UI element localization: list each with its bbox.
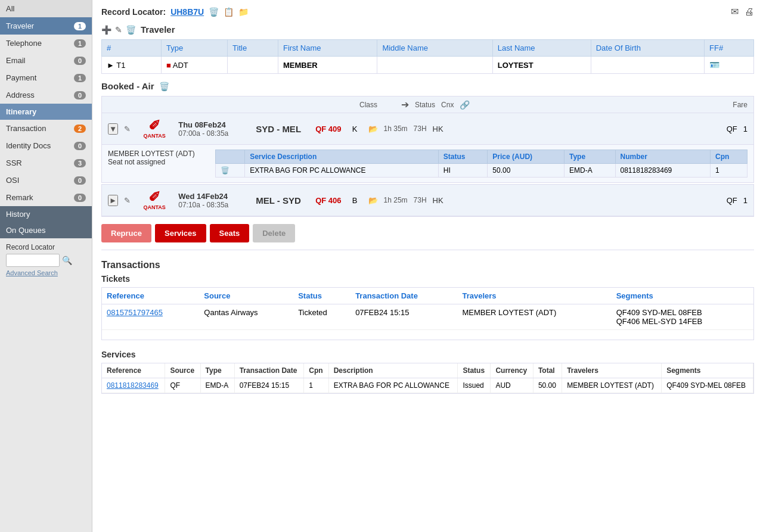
repruce-button[interactable]: Repruce: [101, 224, 151, 242]
flight-2-time: 07:10a - 08:35a: [178, 201, 250, 209]
col-dob: Date Of Birth: [591, 40, 704, 57]
sidebar-section-on-queues[interactable]: On Queues: [0, 222, 92, 238]
sidebar-item-address[interactable]: Address 0: [0, 86, 92, 104]
svc-description: EXTRA BAG FOR PC ALLOWANCE: [245, 164, 439, 178]
table-row: ► T1 ■ ADT MEMBER LOYTEST 🪪: [102, 57, 754, 74]
col-first-name: First Name: [278, 40, 377, 57]
sidebar-item-osi[interactable]: OSI 0: [0, 172, 92, 189]
transaction-badge: 2: [74, 125, 86, 133]
action-buttons: Repruce Services Seats Delete: [101, 224, 754, 242]
ticket-transaction-date: 07FEB24 15:15: [351, 304, 457, 330]
sidebar-item-payment[interactable]: Payment 1: [0, 69, 92, 86]
svc-sub-col-transaction-date: Transaction Date: [234, 363, 304, 378]
svc-status: HI: [438, 164, 488, 178]
header-bar: Record Locator: UH8B7U 🗑️ 📋 📁 ✉ 🖨: [101, 6, 754, 17]
cell-expand[interactable]: ► T1: [102, 57, 162, 74]
sidebar-item-label: All: [6, 4, 14, 13]
sidebar-item-ssr[interactable]: SSR 3: [0, 154, 92, 172]
record-locator-value[interactable]: UH8B7U: [170, 7, 204, 17]
flight-2-expand-button[interactable]: ►: [108, 195, 118, 206]
svc-col-number: Number: [615, 150, 710, 164]
sidebar-item-email[interactable]: Email 0: [0, 52, 92, 69]
svc-number: 0811818283469: [615, 164, 710, 178]
flight-1-class: K: [348, 125, 362, 133]
delete-booked-air-button[interactable]: 🗑️: [159, 82, 169, 91]
flight-1-seat-icon[interactable]: 📂: [368, 125, 378, 133]
svc-delete-btn[interactable]: 🗑️: [216, 164, 245, 178]
passenger-name: MEMBER LOYTEST (ADT): [108, 150, 203, 158]
col-cnx-header: Cnx: [441, 101, 454, 109]
email-header-button[interactable]: ✉: [731, 6, 739, 17]
tickets-table: Reference Source Status Transaction Date…: [102, 288, 753, 330]
flight-row-2: ► ✎ ✐ QANTAS Wed 14Feb24 07:10a - 08:35a…: [101, 184, 754, 217]
flight-1-edit-button[interactable]: ✎: [124, 125, 131, 133]
svc-sub-travelers: MEMBER LOYTEST (ADT): [562, 378, 662, 393]
ticket-segments: QF409 SYD-MEL 08FEBQF406 MEL-SYD 14FEB: [612, 304, 753, 330]
sidebar-item-identity-docs[interactable]: Identity Docs 0: [0, 137, 92, 154]
print-header-button[interactable]: 🖨: [745, 6, 754, 17]
sidebar-item-remark[interactable]: Remark 0: [0, 189, 92, 206]
svc-sub-status: Issued: [458, 378, 491, 393]
record-locator-header-label: Record Locator:: [101, 7, 166, 17]
ssr-badge: 3: [74, 159, 86, 167]
header-action-icons: ✉ 🖨: [731, 6, 754, 17]
svc-price: 50.00: [488, 164, 565, 178]
sidebar-item-label: Itinerary: [6, 107, 36, 116]
flight-1-airline-code: QF: [727, 125, 737, 133]
flight-2-date: Wed 14Feb24: [178, 192, 250, 201]
folder-record-button[interactable]: 📁: [238, 7, 249, 17]
flight-2-class: B: [348, 196, 362, 205]
svc-sub-col-travelers: Travelers: [562, 363, 662, 378]
sidebar-item-label: Identity Docs: [6, 141, 51, 150]
services-sub-wrap: Reference Source Type Transaction Date C…: [101, 363, 754, 394]
col-hash: #: [102, 40, 162, 57]
svc-sub-col-cpn: Cpn: [304, 363, 328, 378]
sidebar: All Traveler 1 Telephone 1 Email 0 Payme…: [0, 0, 92, 532]
svc-sub-col-total: Total: [533, 363, 562, 378]
ticket-col-travelers: Travelers: [457, 288, 611, 304]
add-traveler-button[interactable]: ➕: [101, 25, 111, 35]
record-locator-input[interactable]: [6, 254, 60, 267]
ticket-col-transaction-date: Transaction Date: [351, 288, 457, 304]
sidebar-section-history[interactable]: History: [0, 206, 92, 222]
ff-icon-button[interactable]: 🪪: [709, 60, 719, 70]
services-button[interactable]: Services: [155, 224, 206, 242]
svc-sub-reference-link[interactable]: 0811818283469: [107, 381, 159, 390]
flight-2-main-row: ► ✎ ✐ QANTAS Wed 14Feb24 07:10a - 08:35a…: [102, 185, 753, 216]
tickets-table-wrap: Reference Source Status Transaction Date…: [101, 287, 754, 340]
ticket-col-reference: Reference: [102, 288, 199, 304]
copy-record-button[interactable]: 📋: [224, 7, 234, 17]
svc-col-status: Status: [438, 150, 488, 164]
seats-button[interactable]: Seats: [210, 224, 250, 242]
record-locator-section: Record Locator 🔍 Advanced Search: [0, 238, 92, 281]
ticket-reference-link[interactable]: 0815751797465: [107, 308, 163, 317]
sidebar-item-traveler[interactable]: Traveler 1: [0, 17, 92, 35]
sidebar-item-label: SSR: [6, 158, 22, 167]
svc-sub-total: 50.00: [533, 378, 562, 393]
cell-last-name: LOYTEST: [492, 57, 591, 74]
flight-2-airline-logo: ✐ QANTAS: [137, 189, 172, 211]
flight-2-seat-icon[interactable]: 📂: [368, 196, 378, 205]
flight-1-service-section: MEMBER LOYTEST (ADT) Seat not assigned S…: [102, 145, 753, 182]
delete-traveler-button[interactable]: 🗑️: [126, 25, 136, 35]
svc-sub-col-type: Type: [200, 363, 234, 378]
col-class-header: Class: [359, 101, 377, 109]
delete-button[interactable]: Delete: [253, 224, 295, 242]
flight-2-status: HK: [433, 196, 443, 205]
sidebar-section-itinerary[interactable]: Itinerary: [0, 104, 92, 120]
sidebar-item-all[interactable]: All: [0, 0, 92, 17]
sidebar-item-transaction[interactable]: Transaction 2: [0, 120, 92, 137]
edit-traveler-button[interactable]: ✎: [115, 25, 122, 35]
sidebar-item-telephone[interactable]: Telephone 1: [0, 35, 92, 52]
record-locator-search-button[interactable]: 🔍: [62, 256, 72, 265]
svc-col-delete: [216, 150, 245, 164]
svc-sub-cpn: 1: [304, 378, 328, 393]
delete-record-button[interactable]: 🗑️: [209, 7, 219, 17]
svc-sub-reference: 0811818283469: [102, 378, 165, 393]
flight-1-collapse-button[interactable]: ▼: [108, 123, 118, 135]
advanced-search-link[interactable]: Advanced Search: [6, 269, 86, 276]
traveler-section-title: Traveler: [141, 24, 175, 35]
payment-badge: 1: [74, 74, 86, 82]
svc-col-description: Service Description: [245, 150, 439, 164]
flight-2-edit-button[interactable]: ✎: [124, 196, 131, 205]
